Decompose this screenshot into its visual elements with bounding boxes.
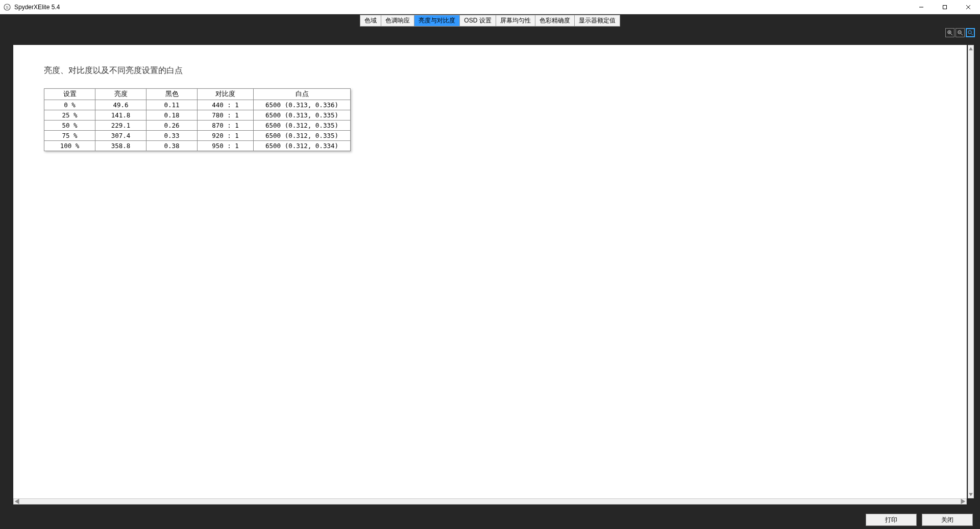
window-titlebar: S SpyderXElite 5.4: [0, 0, 980, 14]
cell-whitepoint: 6500 (0.312, 0.334): [254, 141, 351, 151]
svg-line-11: [961, 34, 963, 36]
cell-contrast: 950 : 1: [198, 141, 254, 151]
scroll-up-icon[interactable]: [968, 45, 973, 53]
cell-setting: 75 %: [44, 131, 95, 141]
col-header-contrast: 对比度: [198, 89, 254, 100]
tabs-container: 色域 色调响应 亮度与对比度 OSD 设置 屏幕均匀性 色彩精确度 显示器额定值: [360, 15, 620, 27]
cell-whitepoint: 6500 (0.312, 0.335): [254, 121, 351, 131]
col-header-setting: 设置: [44, 89, 95, 100]
horizontal-scrollbar[interactable]: [13, 498, 967, 504]
vertical-scrollbar[interactable]: [968, 45, 974, 498]
print-button[interactable]: 打印: [866, 514, 917, 526]
data-table-container: 设置 亮度 黑色 对比度 白点 0 % 49.6 0.11 440 : 1: [44, 88, 351, 151]
cell-brightness: 49.6: [95, 100, 146, 110]
col-header-brightness: 亮度: [95, 89, 146, 100]
zoom-out-button[interactable]: [955, 28, 965, 37]
cell-contrast: 920 : 1: [198, 131, 254, 141]
tab-monitor-rating[interactable]: 显示器额定值: [575, 15, 620, 26]
brightness-contrast-table: 设置 亮度 黑色 对比度 白点 0 % 49.6 0.11 440 : 1: [44, 88, 351, 151]
svg-line-7: [951, 34, 953, 36]
tab-tone-response[interactable]: 色调响应: [381, 15, 414, 26]
cell-contrast: 440 : 1: [198, 100, 254, 110]
window-close-button[interactable]: [957, 0, 980, 14]
scroll-down-icon[interactable]: [968, 491, 973, 498]
tabs-row: 色域 色调响应 亮度与对比度 OSD 设置 屏幕均匀性 色彩精确度 显示器额定值: [0, 14, 980, 27]
cell-black: 0.26: [146, 121, 198, 131]
document-canvas: 亮度、对比度以及不同亮度设置的白点 设置 亮度 黑色 对比度 白点: [13, 45, 967, 498]
svg-line-14: [971, 34, 973, 36]
window-minimize-button[interactable]: [910, 0, 933, 14]
cell-contrast: 780 : 1: [198, 110, 254, 121]
window-title: SpyderXElite 5.4: [14, 4, 60, 11]
cell-whitepoint: 6500 (0.313, 0.336): [254, 100, 351, 110]
table-row: 75 % 307.4 0.33 920 : 1 6500 (0.312, 0.3…: [44, 131, 351, 141]
window-maximize-button[interactable]: [933, 0, 957, 14]
tab-screen-uniformity[interactable]: 屏幕均匀性: [496, 15, 535, 26]
cell-brightness: 229.1: [95, 121, 146, 131]
tab-gamut[interactable]: 色域: [360, 15, 381, 26]
col-header-whitepoint: 白点: [254, 89, 351, 100]
svg-marker-16: [969, 493, 973, 496]
canvas-wrap: 亮度、对比度以及不同亮度设置的白点 设置 亮度 黑色 对比度 白点: [6, 39, 974, 504]
svg-marker-18: [961, 499, 966, 504]
svg-marker-17: [15, 499, 19, 504]
svg-rect-3: [943, 5, 947, 9]
scroll-right-icon[interactable]: [959, 499, 966, 504]
cell-black: 0.38: [146, 141, 198, 151]
zoom-toolbar: [0, 27, 980, 39]
tab-osd-settings[interactable]: OSD 设置: [460, 15, 496, 26]
table-header-row: 设置 亮度 黑色 对比度 白点: [44, 89, 351, 100]
cell-black: 0.11: [146, 100, 198, 110]
app-icon: S: [3, 3, 11, 11]
scroll-left-icon[interactable]: [14, 499, 21, 504]
cell-black: 0.33: [146, 131, 198, 141]
svg-point-13: [968, 31, 971, 34]
cell-brightness: 307.4: [95, 131, 146, 141]
svg-text:S: S: [6, 5, 8, 10]
section-title: 亮度、对比度以及不同亮度设置的白点: [44, 65, 936, 76]
cell-setting: 25 %: [44, 110, 95, 121]
cell-setting: 50 %: [44, 121, 95, 131]
svg-marker-15: [969, 47, 973, 50]
table-row: 25 % 141.8 0.18 780 : 1 6500 (0.313, 0.3…: [44, 110, 351, 121]
table-row: 0 % 49.6 0.11 440 : 1 6500 (0.313, 0.336…: [44, 100, 351, 110]
tab-brightness-contrast[interactable]: 亮度与对比度: [414, 15, 460, 26]
app-outer-frame: 色域 色调响应 亮度与对比度 OSD 设置 屏幕均匀性 色彩精确度 显示器额定值…: [0, 14, 980, 529]
cell-whitepoint: 6500 (0.313, 0.335): [254, 110, 351, 121]
table-row: 50 % 229.1 0.26 870 : 1 6500 (0.312, 0.3…: [44, 121, 351, 131]
col-header-black: 黑色: [146, 89, 198, 100]
close-button[interactable]: 关闭: [922, 514, 973, 526]
tab-color-accuracy[interactable]: 色彩精确度: [535, 15, 575, 26]
cell-setting: 0 %: [44, 100, 95, 110]
cell-contrast: 870 : 1: [198, 121, 254, 131]
cell-black: 0.18: [146, 110, 198, 121]
cell-brightness: 358.8: [95, 141, 146, 151]
zoom-in-button[interactable]: [945, 28, 954, 37]
cell-setting: 100 %: [44, 141, 95, 151]
cell-whitepoint: 6500 (0.312, 0.335): [254, 131, 351, 141]
footer-bar: 打印 关闭: [0, 511, 980, 529]
zoom-fit-button[interactable]: [966, 28, 975, 37]
table-row: 100 % 358.8 0.38 950 : 1 6500 (0.312, 0.…: [44, 141, 351, 151]
cell-brightness: 141.8: [95, 110, 146, 121]
